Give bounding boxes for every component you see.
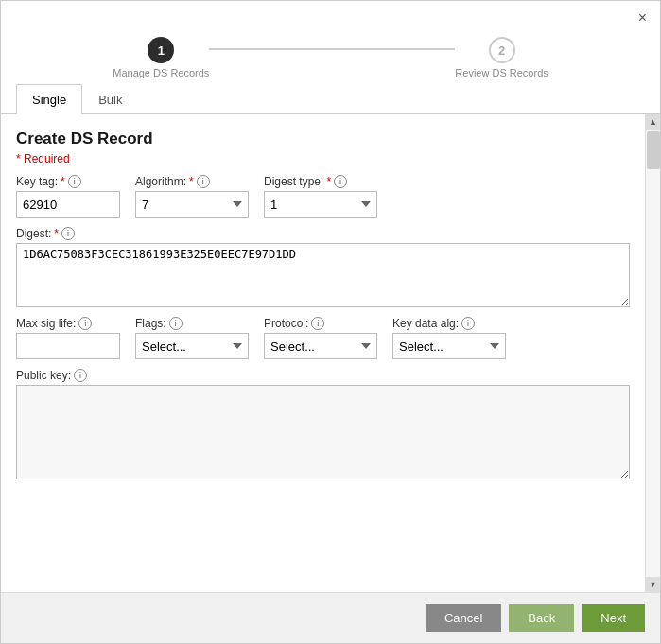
wizard-steps: 1 Manage DS Records 2 Review DS Records	[1, 27, 660, 84]
flags-label: Flags: i	[135, 317, 249, 330]
step-2-label: Review DS Records	[455, 67, 548, 78]
step-connector	[209, 48, 455, 50]
scrollbar-up-button[interactable]: ▲	[646, 114, 661, 130]
scrollbar-down-button[interactable]: ▼	[646, 577, 661, 592]
key-tag-required: *	[61, 175, 65, 188]
flags-select[interactable]: Select...	[135, 333, 249, 359]
algorithm-label: Algorithm: * i	[135, 175, 249, 188]
digest-type-group: Digest type: * i 1	[264, 175, 377, 218]
key-data-alg-group: Key data alg: i Select...	[392, 317, 506, 359]
digest-type-info-icon[interactable]: i	[334, 175, 347, 188]
dialog-header: ×	[1, 1, 660, 27]
algorithm-required: *	[189, 175, 194, 188]
tab-bulk[interactable]: Bulk	[82, 84, 138, 114]
main-content: Create DS Record * Required Key tag: * i…	[1, 114, 645, 592]
key-tag-label: Key tag: * i	[16, 175, 120, 188]
protocol-group: Protocol: i Select...	[264, 317, 377, 359]
digest-label: Digest: * i	[16, 227, 630, 240]
public-key-textarea[interactable]	[16, 385, 630, 479]
digest-required: *	[54, 227, 59, 240]
algorithm-group: Algorithm: * i 7	[135, 175, 249, 218]
key-tag-info-icon[interactable]: i	[68, 175, 81, 188]
scrollbar-thumb[interactable]	[647, 131, 660, 169]
digest-type-required: *	[326, 175, 331, 188]
flags-info-icon[interactable]: i	[169, 317, 183, 330]
back-button[interactable]: Back	[509, 604, 574, 632]
public-key-label: Public key: i	[16, 369, 630, 382]
max-sig-life-info-icon[interactable]: i	[78, 317, 92, 330]
step-2-group: 2 Review DS Records	[455, 37, 548, 78]
digest-info-icon[interactable]: i	[61, 227, 75, 240]
public-key-group: Public key: i	[16, 369, 630, 479]
scrollbar: ▲ ▼	[645, 114, 660, 592]
flags-group: Flags: i Select...	[135, 317, 249, 359]
close-button[interactable]: ×	[635, 9, 651, 27]
protocol-label: Protocol: i	[264, 317, 377, 330]
key-data-alg-select[interactable]: Select...	[392, 333, 506, 359]
content-area: Create DS Record * Required Key tag: * i…	[1, 114, 660, 592]
step-1-label: Manage DS Records	[113, 67, 209, 78]
digest-type-select[interactable]: 1	[264, 191, 377, 218]
algorithm-select[interactable]: 7	[135, 191, 249, 218]
algorithm-info-icon[interactable]: i	[197, 175, 210, 188]
protocol-info-icon[interactable]: i	[311, 317, 324, 330]
max-sig-life-group: Max sig life: i	[16, 317, 120, 359]
dialog: × 1 Manage DS Records 2 Review DS Record…	[0, 0, 661, 644]
key-tag-group: Key tag: * i	[16, 175, 120, 218]
section-title: Create DS Record	[16, 130, 630, 148]
max-sig-life-input[interactable]	[16, 333, 120, 359]
step-1-group: 1 Manage DS Records	[113, 37, 209, 78]
cancel-button[interactable]: Cancel	[426, 604, 501, 632]
step-2-circle: 2	[489, 37, 515, 63]
protocol-select[interactable]: Select...	[264, 333, 377, 359]
digest-textarea[interactable]: 1D6AC75083F3CEC31861993E325E0EEC7E97D1DD	[16, 243, 630, 307]
tab-single[interactable]: Single	[16, 84, 82, 114]
digest-group: Digest: * i 1D6AC75083F3CEC31861993E325E…	[16, 227, 630, 307]
max-sig-life-label: Max sig life: i	[16, 317, 120, 330]
form-row-3: Max sig life: i Flags: i Select...	[16, 317, 630, 359]
required-note: * Required	[16, 152, 630, 165]
step-1-circle: 1	[148, 37, 174, 63]
tab-bar: Single Bulk	[1, 84, 660, 114]
public-key-info-icon[interactable]: i	[74, 369, 87, 382]
key-data-alg-label: Key data alg: i	[392, 317, 506, 330]
key-data-alg-info-icon[interactable]: i	[461, 317, 475, 330]
key-tag-input[interactable]	[16, 191, 120, 218]
next-button[interactable]: Next	[582, 604, 645, 632]
digest-type-label: Digest type: * i	[264, 175, 377, 188]
footer: Cancel Back Next	[1, 592, 660, 643]
form-row-1: Key tag: * i Algorithm: * i 7	[16, 175, 630, 218]
